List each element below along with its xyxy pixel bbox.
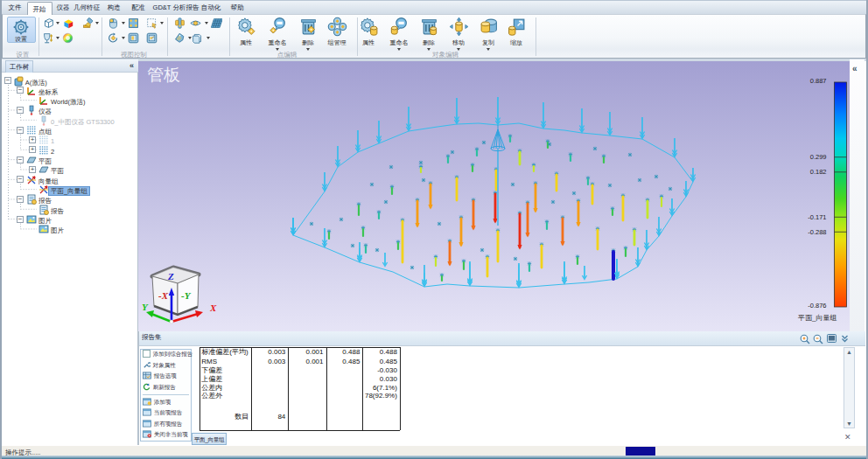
svg-text:-0.171: -0.171 [808, 213, 826, 221]
svg-text:-Y: -Y [181, 290, 192, 301]
svg-text:管板: 管板 [147, 66, 180, 84]
svg-text:X: X [209, 303, 217, 313]
svg-text:平面_向量组: 平面_向量组 [798, 314, 836, 322]
svg-text:0.887: 0.887 [810, 77, 827, 85]
svg-text:-0.876: -0.876 [808, 302, 826, 309]
svg-text:Z: Z [167, 271, 174, 282]
svg-text:-X: -X [158, 290, 169, 301]
svg-text:0.182: 0.182 [810, 168, 827, 176]
svg-text:-0.288: -0.288 [808, 228, 826, 236]
svg-text:0.299: 0.299 [810, 153, 827, 161]
